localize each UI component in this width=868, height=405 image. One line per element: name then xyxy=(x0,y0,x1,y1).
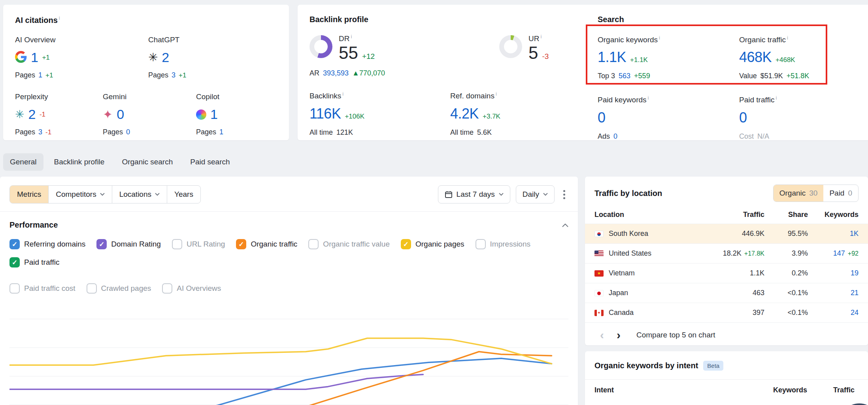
organic-traffic-block: Organic traffici 468K +468K Value$51.9K+… xyxy=(739,35,809,80)
ref-domains-value[interactable]: 4.2K xyxy=(450,105,479,122)
segment-locations[interactable]: Locations xyxy=(112,186,167,203)
checkbox-paid-traffic[interactable]: Paid traffic xyxy=(9,257,59,267)
ahrefs-rank-delta: ▲770,070 xyxy=(352,69,385,77)
chart-toolbar: Metrics Competitors Locations Years Last… xyxy=(9,185,568,203)
checkbox-domain-rating[interactable]: Domain Rating xyxy=(96,239,161,249)
table-row-japan[interactable]: Japan 463 <0.1% 21 xyxy=(585,283,868,303)
segment-competitors[interactable]: Competitors xyxy=(48,186,111,203)
copilot-count[interactable]: 1 xyxy=(210,107,217,122)
chart-line-organic-pages xyxy=(9,338,552,365)
right-column: Traffic by location Organic30 Paid0 Loca… xyxy=(585,177,868,405)
pages-count[interactable]: 3 xyxy=(172,71,175,79)
info-icon[interactable]: i xyxy=(342,91,343,97)
perplexity-count[interactable]: 2 xyxy=(28,107,35,122)
info-icon[interactable]: i xyxy=(59,15,60,21)
backlinks-value[interactable]: 116K xyxy=(309,105,341,122)
dr-donut-chart xyxy=(309,35,332,58)
ur-delta: -3 xyxy=(542,52,549,61)
keywords-link[interactable]: 147 xyxy=(833,249,845,257)
chatgpt-icon: ✳ xyxy=(148,52,158,63)
next-page-icon[interactable]: › xyxy=(611,329,626,341)
table-row-canada[interactable]: Canada 397 <0.1% 24 xyxy=(585,303,868,322)
info-icon[interactable]: i xyxy=(787,35,788,41)
chevron-down-icon xyxy=(499,193,504,196)
performance-title: Performance xyxy=(9,220,58,230)
toggle-paid[interactable]: Paid0 xyxy=(823,185,858,202)
top3-value[interactable]: 563 xyxy=(619,72,630,80)
toolbar-divider xyxy=(0,211,578,212)
more-options-kebab-icon[interactable] xyxy=(560,187,568,202)
organic-traffic-value[interactable]: 468K xyxy=(739,49,772,66)
ai-overview-count[interactable]: 1 xyxy=(31,50,38,65)
keywords-link[interactable]: 24 xyxy=(851,309,859,316)
tab-general[interactable]: General xyxy=(3,153,43,171)
paid-traffic-value[interactable]: 0 xyxy=(739,109,747,126)
checkbox-icon xyxy=(9,239,20,249)
prev-page-icon[interactable]: ‹ xyxy=(594,329,609,341)
checkbox-icon xyxy=(162,283,172,294)
chat-widget-button[interactable] xyxy=(839,403,868,405)
gemini-count[interactable]: 0 xyxy=(117,107,124,122)
dr-delta: +12 xyxy=(362,52,375,61)
compare-top5-link[interactable]: Compare top 5 on chart xyxy=(636,331,715,339)
chevron-down-icon xyxy=(100,193,105,196)
checkbox-icon xyxy=(96,239,107,249)
checkbox-organic-pages[interactable]: Organic pages xyxy=(401,239,464,249)
checkbox-organic-traffic-value[interactable]: Organic traffic value xyxy=(308,239,390,249)
tab-paid-search[interactable]: Paid search xyxy=(183,153,236,171)
checkbox-url-rating[interactable]: URL Rating xyxy=(172,239,225,249)
checkbox-icon xyxy=(172,239,182,249)
ads-value[interactable]: 0 xyxy=(613,132,617,141)
performance-line-chart[interactable] xyxy=(9,305,568,405)
keywords-link[interactable]: 1K xyxy=(850,230,859,237)
paid-keywords-value[interactable]: 0 xyxy=(598,109,606,126)
backlinks-block: Backlinksi 116K +106K All time121K xyxy=(309,91,450,136)
info-icon[interactable]: i xyxy=(659,35,660,41)
table-row-south-korea[interactable]: South Korea 446.9K 95.5% 1K xyxy=(585,224,868,243)
checkbox-paid-traffic-cost[interactable]: Paid traffic cost xyxy=(9,283,75,294)
info-icon[interactable]: i xyxy=(351,34,352,40)
checkbox-impressions[interactable]: Impressions xyxy=(476,239,530,249)
checkbox-icon xyxy=(87,283,97,294)
google-icon xyxy=(15,51,27,64)
organic-keywords-block: Organic keywordsi 1.1K +1.1K Top 3563+55… xyxy=(598,35,739,80)
chevron-down-icon xyxy=(543,193,548,196)
chatgpt-count[interactable]: 2 xyxy=(162,50,169,65)
engine-ai-overview: AI Overview 1 +1 Pages1+1 xyxy=(15,36,148,79)
info-icon[interactable]: i xyxy=(648,95,649,101)
granularity-select[interactable]: Daily xyxy=(516,185,555,203)
organic-keywords-delta: +1.1K xyxy=(630,56,648,64)
table-row-vietnam[interactable]: Vietnam 1.1K 0.2% 19 xyxy=(585,263,868,283)
segment-metrics[interactable]: Metrics xyxy=(10,186,48,203)
table-row-united-states[interactable]: United States 18.2K+17.8K 3.9% 147+92 xyxy=(585,243,868,263)
segment-years[interactable]: Years xyxy=(167,186,200,203)
organic-keywords-value[interactable]: 1.1K xyxy=(598,49,626,66)
checkbox-ai-overviews[interactable]: AI Overviews xyxy=(162,283,221,294)
date-range-picker[interactable]: Last 7 days xyxy=(438,185,510,203)
tab-backlink-profile[interactable]: Backlink profile xyxy=(47,153,111,171)
calendar-icon xyxy=(445,190,453,198)
checkbox-referring-domains[interactable]: Referring domains xyxy=(9,239,85,249)
performance-card: Metrics Competitors Locations Years Last… xyxy=(0,177,578,405)
info-icon[interactable]: i xyxy=(540,34,542,40)
keywords-link[interactable]: 21 xyxy=(851,289,859,297)
pages-count[interactable]: 1 xyxy=(38,71,42,79)
info-icon[interactable]: i xyxy=(776,95,777,101)
ahrefs-rank-value[interactable]: 393,593 xyxy=(323,69,349,77)
info-icon[interactable]: i xyxy=(496,91,497,97)
checkbox-icon xyxy=(401,239,411,249)
tab-organic-search[interactable]: Organic search xyxy=(115,153,179,171)
pages-count[interactable]: 3 xyxy=(38,128,42,136)
copilot-icon xyxy=(196,109,206,120)
keywords-link[interactable]: 19 xyxy=(851,269,859,277)
pages-count[interactable]: 1 xyxy=(219,128,223,136)
checkbox-crawled-pages[interactable]: Crawled pages xyxy=(87,283,151,294)
pages-count[interactable]: 0 xyxy=(126,128,130,136)
backlink-profile-title: Backlink profile xyxy=(309,15,574,24)
checkbox-organic-traffic[interactable]: Organic traffic xyxy=(236,239,297,249)
location-table: Location Traffic Share Keywords South Ko… xyxy=(585,207,868,322)
ur-donut-chart xyxy=(499,35,522,58)
toggle-organic[interactable]: Organic30 xyxy=(774,185,824,202)
checkbox-icon xyxy=(308,239,319,249)
collapse-chevron-icon[interactable] xyxy=(562,222,568,229)
